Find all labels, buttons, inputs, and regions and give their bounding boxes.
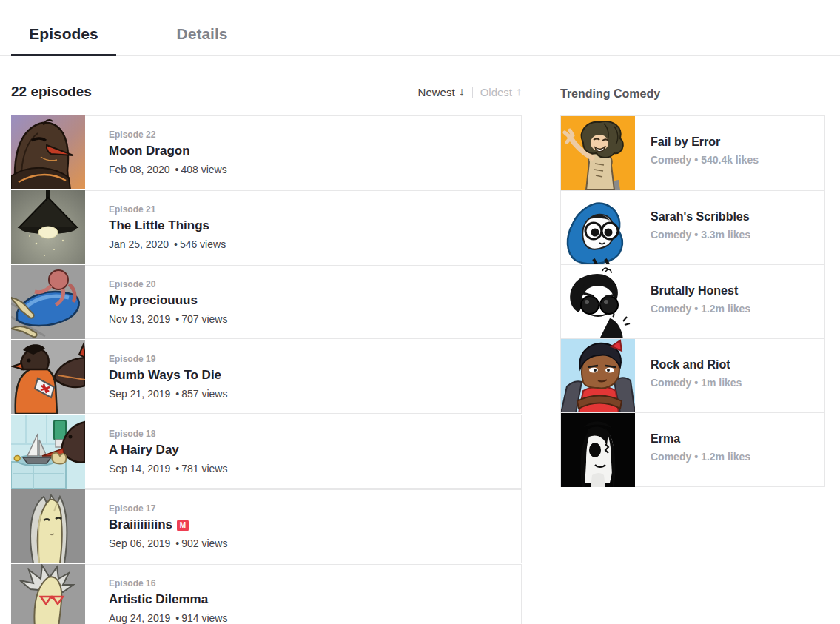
episode-date: Nov 13, 2019 — [109, 313, 170, 325]
episode-row[interactable]: Episode 16 Artistic Dilemma Aug 24, 2019… — [11, 564, 522, 624]
episode-title: Braiiiiiiiins — [109, 517, 172, 531]
trending-item-title: Rock and Riot — [651, 358, 824, 372]
trending-item-title: Fail by Error — [651, 135, 824, 149]
trending-genre: Comedy — [651, 303, 691, 315]
tab-details-label: Details — [177, 25, 228, 42]
episode-meta: Nov 13, 2019•707 views — [109, 313, 521, 325]
episode-row[interactable]: Episode 18 A Hairy Day Sep 14, 2019•781 … — [11, 415, 522, 489]
trending-item[interactable]: Rock and Riot Comedy•1m likes — [561, 338, 824, 412]
episode-date: Jan 25, 2020 — [109, 238, 169, 250]
sort-oldest-button[interactable]: Oldest ↑ — [480, 85, 522, 98]
meta-bullet: • — [694, 154, 698, 166]
episode-date: Feb 08, 2020 — [109, 164, 170, 175]
trending-item-title: Brutally Honest — [651, 284, 824, 298]
trending-item-title: Erma — [651, 432, 824, 446]
trending-item[interactable]: Erma Comedy•1.2m likes — [561, 412, 824, 486]
episode-info: Episode 17 BraiiiiiiiinsM Sep 06, 2019•9… — [12, 490, 521, 549]
episode-row[interactable]: Episode 21 The Little Things Jan 25, 202… — [11, 190, 522, 264]
meta-bullet: • — [694, 303, 698, 315]
brutally-honest-thumbnail — [561, 265, 635, 339]
meta-bullet: • — [694, 229, 698, 241]
mature-badge: M — [177, 520, 189, 531]
episode-date: Sep 21, 2019 — [109, 388, 170, 400]
episode-info: Episode 16 Artistic Dilemma Aug 24, 2019… — [12, 565, 521, 624]
episode-list-header: 22 episodes Newest ↓ Oldest ↑ — [11, 82, 522, 101]
trending-item-meta: Comedy•1.2m likes — [651, 451, 824, 463]
trending-likes: 1.2m likes — [701, 451, 750, 463]
tab-bar: Episodes Details — [0, 0, 840, 56]
series-page: Episodes Details 22 episodes Newest ↓ Ol… — [0, 0, 840, 624]
episode-title: The Little Things — [109, 218, 209, 232]
sort-newest-button[interactable]: Newest ↓ — [418, 85, 465, 98]
little-things-thumbnail — [11, 190, 85, 264]
episode-row[interactable]: Episode 17 BraiiiiiiiinsM Sep 06, 2019•9… — [11, 489, 522, 563]
episode-row[interactable]: Episode 19 Dumb Ways To Die Sep 21, 2019… — [11, 340, 522, 414]
episode-meta: Feb 08, 2020•408 views — [109, 164, 521, 175]
meta-bullet: • — [175, 164, 179, 175]
trending-likes: 540.4k likes — [701, 154, 759, 166]
braiiins-thumbnail — [11, 489, 85, 563]
meta-bullet: • — [694, 451, 698, 463]
episode-info: Episode 21 The Little Things Jan 25, 202… — [12, 191, 521, 250]
episode-meta: Sep 06, 2019•902 views — [109, 537, 521, 549]
fail-by-error-thumbnail — [561, 116, 635, 190]
episode-views: 914 views — [181, 612, 227, 624]
arrow-down-icon: ↓ — [459, 85, 465, 98]
meta-bullet: • — [175, 537, 179, 549]
trending-title: Trending Comedy — [560, 87, 825, 101]
trending-genre: Comedy — [651, 377, 691, 389]
episode-date: Sep 06, 2019 — [109, 537, 170, 549]
meta-bullet: • — [174, 238, 178, 250]
trending-sidebar: Trending Comedy Fail by Error Comedy•540… — [560, 56, 825, 624]
rock-and-riot-thumbnail — [561, 339, 635, 413]
episode-number: Episode 21 — [109, 204, 521, 215]
trending-likes: 3.3m likes — [701, 229, 750, 241]
episode-row[interactable]: Episode 22 Moon Dragon Feb 08, 2020•408 … — [11, 115, 522, 189]
episode-meta: Sep 14, 2019•781 views — [109, 463, 521, 474]
episode-date: Sep 14, 2019 — [109, 463, 170, 474]
episode-row[interactable]: Episode 20 My preciouuus Nov 13, 2019•70… — [11, 265, 522, 339]
meta-bullet: • — [175, 612, 179, 624]
trending-item[interactable]: Brutally Honest Comedy•1.2m likes — [561, 264, 824, 338]
episode-title: A Hairy Day — [109, 443, 179, 457]
artistic-dilemma-thumbnail — [11, 564, 85, 624]
episode-views: 546 views — [180, 238, 226, 250]
episode-title: Moon Dragon — [109, 144, 190, 158]
meta-bullet: • — [694, 377, 698, 389]
content-area: 22 episodes Newest ↓ Oldest ↑ Episode 22 — [0, 56, 840, 624]
trending-item[interactable]: Sarah's Scribbles Comedy•3.3m likes — [561, 190, 824, 264]
sort-oldest-label: Oldest — [480, 86, 512, 98]
episode-number: Episode 22 — [109, 130, 521, 140]
episode-number: Episode 18 — [109, 429, 521, 439]
episode-views: 707 views — [181, 313, 227, 325]
trending-list: Fail by Error Comedy•540.4k likes Sarah'… — [560, 115, 825, 487]
arrow-up-icon: ↑ — [516, 85, 522, 98]
tab-details[interactable]: Details — [149, 25, 255, 56]
meta-bullet: • — [175, 313, 179, 325]
episode-count: 22 episodes — [11, 84, 92, 100]
erma-thumbnail — [561, 413, 635, 487]
trending-item-title: Sarah's Scribbles — [651, 210, 824, 224]
episode-meta: Jan 25, 2020•546 views — [109, 238, 521, 250]
dumb-ways-thumbnail — [11, 340, 85, 414]
episode-number: Episode 19 — [109, 354, 521, 364]
trending-item[interactable]: Fail by Error Comedy•540.4k likes — [561, 116, 824, 190]
trending-item-meta: Comedy•1.2m likes — [651, 303, 824, 315]
episode-list: Episode 22 Moon Dragon Feb 08, 2020•408 … — [11, 115, 522, 624]
moon-dragon-thumbnail — [11, 115, 85, 189]
sort-controls: Newest ↓ Oldest ↑ — [418, 85, 522, 98]
episode-info: Episode 22 Moon Dragon Feb 08, 2020•408 … — [12, 116, 521, 175]
sarahs-scribbles-thumbnail — [561, 191, 635, 265]
sort-separator — [472, 87, 473, 98]
episode-title: Dumb Ways To Die — [109, 368, 221, 382]
trending-genre: Comedy — [651, 154, 691, 166]
episode-views: 781 views — [181, 463, 227, 474]
episode-title: My preciouuus — [109, 293, 198, 307]
sort-newest-label: Newest — [418, 86, 455, 98]
trending-item-meta: Comedy•1m likes — [651, 377, 824, 389]
episode-info: Episode 18 A Hairy Day Sep 14, 2019•781 … — [12, 415, 521, 474]
episode-views: 857 views — [181, 388, 227, 400]
tab-episodes[interactable]: Episodes — [11, 25, 116, 56]
tab-episodes-label: Episodes — [29, 25, 98, 42]
trending-item-meta: Comedy•540.4k likes — [651, 154, 824, 166]
